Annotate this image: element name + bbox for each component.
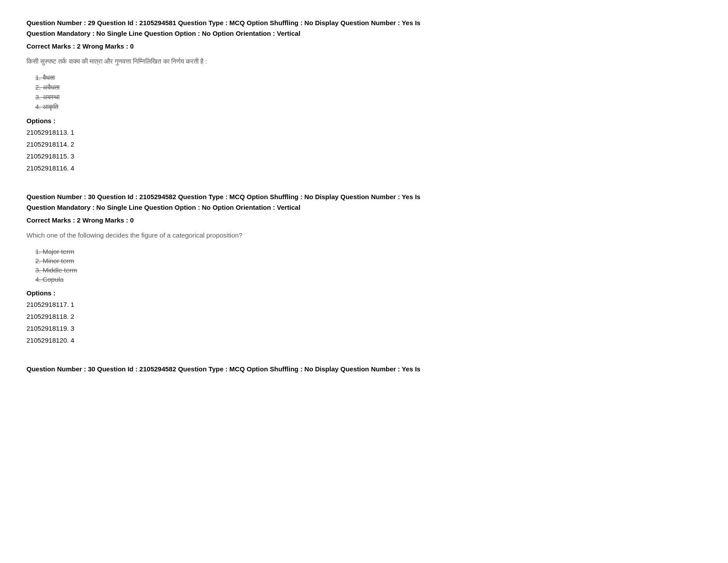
option-id-3-q30: 21052918119. 3 <box>26 322 702 334</box>
options-list-29: 1. वैधता 2. अवैधता 3. अवस्था 4. आकृति <box>35 74 702 111</box>
option-4-q30: 4. Copula <box>35 276 702 283</box>
option-1-q29: 1. वैधता <box>35 74 702 82</box>
question-meta-line1-29: Question Number : 29 Question Id : 21052… <box>26 19 420 26</box>
question-meta-30: Question Number : 30 Question Id : 21052… <box>26 192 702 213</box>
question-meta-line2-30: Question Mandatory : No Single Line Ques… <box>26 204 300 211</box>
option-3-q29: 3. अवस्था <box>35 93 702 101</box>
option-2-q29: 2. अवैधता <box>35 83 702 91</box>
option-id-3-q29: 21052918115. 3 <box>26 150 702 162</box>
options-ids-q29: 21052918113. 1 21052918114. 2 2105291811… <box>26 126 702 174</box>
question-meta-line1-30: Question Number : 30 Question Id : 21052… <box>26 193 420 200</box>
correct-marks-30: Correct Marks : 2 Wrong Marks : 0 <box>26 216 702 224</box>
question-meta-line2-29: Question Mandatory : No Single Line Ques… <box>26 30 300 37</box>
option-id-4-q29: 21052918116. 4 <box>26 162 702 174</box>
option-1-q30: 1. Major term <box>35 248 702 255</box>
question-meta-30b: Question Number : 30 Question Id : 21052… <box>26 364 702 374</box>
option-3-q30: 3. Middle term <box>35 266 702 274</box>
question-text-30: Which one of the following decides the f… <box>26 230 702 241</box>
option-2-q30: 2. Minor term <box>35 257 702 264</box>
options-label-q29: Options : <box>26 117 702 125</box>
options-label-q30: Options : <box>26 289 702 297</box>
option-4-q29: 4. आकृति <box>35 103 702 111</box>
question-block-29: Question Number : 29 Question Id : 21052… <box>26 18 702 174</box>
question-meta-line1-30b: Question Number : 30 Question Id : 21052… <box>26 365 420 373</box>
options-ids-q30: 21052918117. 1 21052918118. 2 2105291811… <box>26 299 702 346</box>
option-id-2-q30: 21052918118. 2 <box>26 310 702 322</box>
question-block-30: Question Number : 30 Question Id : 21052… <box>26 192 702 346</box>
question-text-29: किसी सुस्पष्ट तर्क वाक्य की मात्रा और गु… <box>26 56 702 67</box>
option-id-1-q30: 21052918117. 1 <box>26 299 702 310</box>
option-id-1-q29: 21052918113. 1 <box>26 126 702 138</box>
options-list-30: 1. Major term 2. Minor term 3. Middle te… <box>35 248 702 283</box>
correct-marks-29: Correct Marks : 2 Wrong Marks : 0 <box>26 42 702 50</box>
option-id-2-q29: 21052918114. 2 <box>26 138 702 150</box>
option-id-4-q30: 21052918120. 4 <box>26 334 702 346</box>
question-block-30b: Question Number : 30 Question Id : 21052… <box>26 364 702 374</box>
question-meta-29: Question Number : 29 Question Id : 21052… <box>26 18 702 39</box>
